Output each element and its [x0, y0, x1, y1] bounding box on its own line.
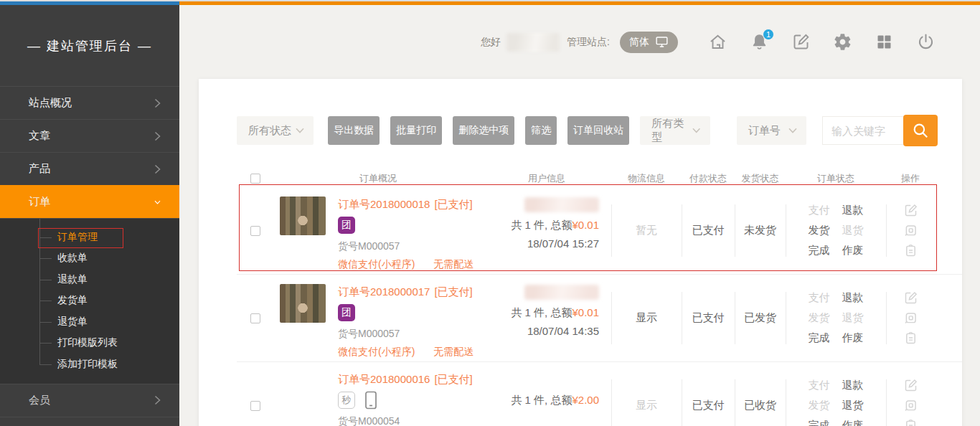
shipping-status-value: 未发货 — [744, 224, 776, 237]
search-input[interactable] — [822, 116, 903, 145]
submenu-item-return-orders[interactable]: 退货单 — [0, 311, 179, 333]
sidebar: — 建站管理后台 — 站点概况 文章 产品 订单 订单管理 收款单 退款单 发货… — [0, 5, 179, 426]
sidebar-item-articles[interactable]: 文章 — [0, 119, 179, 152]
order-status-actions: 支付 退款 发货 退货 完成 作废 — [809, 379, 864, 426]
payment-status-value: 已支付 — [692, 399, 725, 412]
action-refund[interactable]: 退款 — [842, 204, 864, 217]
order-row: 订单号2018000018[已支付] 团 货号M000057 微信支付(小程序)… — [237, 187, 962, 275]
power-logout-icon[interactable] — [916, 32, 936, 52]
action-return[interactable]: 退货 — [842, 311, 864, 325]
action-return[interactable]: 退货 — [842, 224, 864, 237]
sidebar-item-label: 会员 — [29, 394, 50, 407]
action-complete[interactable]: 完成 — [809, 244, 830, 257]
action-return[interactable]: 退货 — [842, 399, 864, 412]
delivery-method: 无需配送 — [433, 344, 473, 359]
row-checkbox[interactable] — [250, 401, 260, 411]
print-order-icon[interactable] — [903, 311, 918, 326]
sidebar-item-products[interactable]: 产品 — [0, 152, 179, 185]
order-row: 订单号2018000017[已支付] 团 货号M000057 微信支付(小程序)… — [237, 275, 962, 362]
search-field-select[interactable]: 订单号 — [737, 116, 806, 145]
submenu-item-receipts[interactable]: 收款单 — [0, 248, 179, 270]
submenu-label: 退货单 — [57, 316, 88, 328]
redacted-username — [507, 33, 560, 52]
submenu-item-print-template-list[interactable]: 打印模版列表 — [0, 333, 179, 354]
sidebar-divider — [0, 417, 179, 417]
product-thumbnail — [280, 371, 326, 410]
edit-order-icon[interactable] — [903, 203, 918, 218]
submenu-label: 订单管理 — [57, 231, 98, 244]
order-status-actions: 支付 退款 发货 退货 完成 作废 — [809, 204, 864, 257]
submenu-item-refund-orders[interactable]: 退款单 — [0, 269, 179, 290]
sidebar-item-members[interactable]: 会员 — [0, 384, 179, 417]
filter-button[interactable]: 筛选 — [525, 116, 557, 145]
app-title: — 建站管理后台 — — [0, 5, 179, 86]
status-filter-select[interactable]: 所有状态 — [237, 116, 314, 145]
search-field-value: 订单号 — [748, 124, 781, 138]
copy-order-icon[interactable] — [903, 243, 918, 258]
order-number[interactable]: 订单号2018000018 — [338, 198, 430, 210]
action-ship[interactable]: 发货 — [809, 399, 830, 412]
total-label: 共 1 件, 总额 — [511, 306, 572, 318]
payment-method: 微信支付(小程序) — [338, 257, 415, 271]
action-pay[interactable]: 支付 — [809, 204, 830, 217]
row-checkbox[interactable] — [250, 313, 260, 323]
edit-order-icon[interactable] — [903, 378, 918, 393]
language-toggle[interactable]: 简体 — [620, 32, 678, 53]
gear-icon[interactable] — [833, 32, 852, 52]
action-refund[interactable]: 退款 — [842, 291, 864, 305]
delete-selected-button[interactable]: 删除选中项 — [453, 116, 514, 145]
action-complete[interactable]: 完成 — [809, 331, 830, 345]
home-icon[interactable] — [708, 32, 727, 52]
order-number[interactable]: 订单号2018000017 — [338, 285, 430, 298]
export-data-button[interactable]: 导出数据 — [328, 116, 380, 145]
row-checkbox[interactable] — [250, 226, 260, 236]
submenu-label: 添加打印模板 — [57, 358, 118, 371]
logistics-value[interactable]: 暂无 — [636, 224, 657, 237]
action-refund[interactable]: 退款 — [842, 379, 864, 392]
sidebar-item-label: 站点概况 — [29, 96, 72, 110]
sidebar-item-orders[interactable]: 订单 — [0, 185, 179, 218]
submenu-item-order-management[interactable]: 订单管理 — [0, 227, 179, 248]
notifications-bell-icon[interactable]: 1 — [750, 32, 769, 52]
orders-table-header: 订单概况 用户信息 物流信息 付款状态 发货状态 订单状态 操作 — [237, 170, 962, 187]
manage-site-label: 管理站点: — [567, 36, 610, 49]
sidebar-item-site-overview[interactable]: 站点概况 — [0, 86, 179, 119]
order-number[interactable]: 订单号2018000016 — [338, 373, 430, 385]
orders-panel: 所有状态 导出数据 批量打印 删除选中项 筛选 订单回收站 所有类型 订单号 订… — [199, 79, 962, 426]
submenu-label: 发货单 — [57, 294, 88, 307]
action-pay[interactable]: 支付 — [809, 379, 830, 392]
column-header-payment-status: 付款状态 — [682, 172, 735, 185]
chevron-down-icon — [692, 128, 700, 133]
action-pay[interactable]: 支付 — [809, 291, 830, 305]
logistics-value[interactable]: 显示 — [636, 399, 657, 412]
greeting-text: 您好 — [481, 36, 501, 49]
edit-icon[interactable] — [791, 32, 811, 52]
copy-order-icon[interactable] — [903, 331, 918, 346]
action-ship[interactable]: 发货 — [809, 311, 830, 325]
submenu-item-add-print-template[interactable]: 添加打印模板 — [0, 354, 179, 375]
order-recycle-bin-button[interactable]: 订单回收站 — [567, 116, 629, 145]
payment-status-value: 已支付 — [692, 311, 725, 325]
submenu-item-shipping-orders[interactable]: 发货单 — [0, 290, 179, 312]
action-complete[interactable]: 完成 — [809, 419, 830, 426]
select-all-checkbox[interactable] — [250, 174, 260, 184]
column-header-logistics: 物流信息 — [611, 172, 682, 185]
chevron-down-icon — [296, 128, 304, 133]
chevron-down-icon — [154, 197, 161, 207]
batch-print-button[interactable]: 批量打印 — [390, 116, 442, 145]
action-void[interactable]: 作废 — [842, 419, 864, 426]
edit-order-icon[interactable] — [903, 290, 918, 306]
type-filter-select[interactable]: 所有类型 — [640, 116, 710, 145]
print-order-icon[interactable] — [903, 398, 918, 413]
print-order-icon[interactable] — [903, 223, 918, 238]
action-void[interactable]: 作废 — [842, 331, 864, 345]
orders-toolbar: 所有状态 导出数据 批量打印 删除选中项 筛选 订单回收站 所有类型 订单号 — [237, 115, 938, 146]
apps-grid-icon[interactable] — [875, 32, 894, 52]
action-void[interactable]: 作废 — [842, 244, 864, 257]
search-button[interactable] — [903, 115, 938, 146]
payment-status-value: 已支付 — [692, 224, 725, 237]
copy-order-icon[interactable] — [903, 418, 918, 426]
logistics-value[interactable]: 显示 — [636, 311, 657, 325]
action-ship[interactable]: 发货 — [809, 224, 830, 237]
column-header-actions: 操作 — [886, 172, 935, 185]
